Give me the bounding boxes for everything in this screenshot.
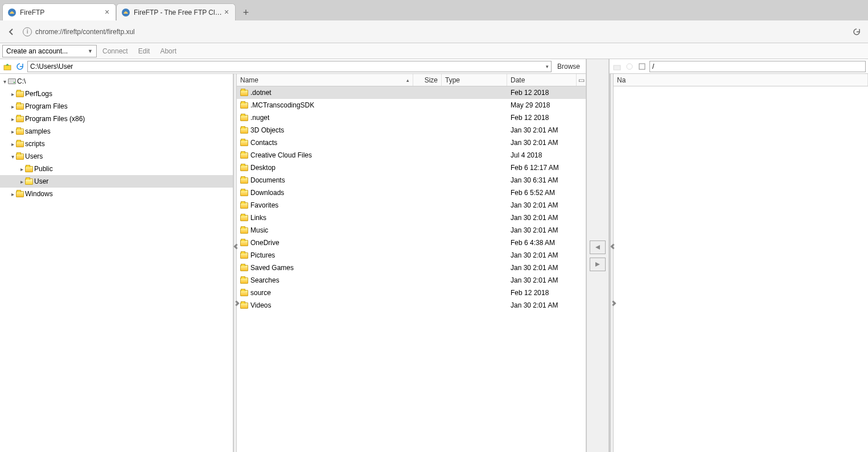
svg-rect-3 (614, 65, 620, 70)
file-type (442, 212, 507, 224)
tree-item[interactable]: ▸Windows (0, 188, 233, 200)
tree-item[interactable]: ▸Program Files (0, 100, 233, 113)
close-icon[interactable]: × (103, 9, 111, 16)
local-columns: Name▴ Size Type Date ▭ (237, 74, 586, 86)
twisty-icon[interactable]: ▸ (9, 103, 16, 110)
col-date[interactable]: Date (507, 74, 577, 86)
local-rows[interactable]: .dotnetFeb 12 2018.MCTranscodingSDKMay 2… (237, 86, 586, 452)
file-row[interactable]: VideosJan 30 2:01 AM (237, 299, 586, 312)
columns-menu-icon[interactable]: ▭ (577, 76, 586, 84)
file-row[interactable]: ContactsJan 30 2:01 AM (237, 136, 586, 149)
file-row[interactable]: PicturesJan 30 2:01 AM (237, 249, 586, 262)
twisty-icon[interactable]: ▾ (1, 78, 8, 85)
tree-item[interactable]: ▸Program Files (x86) (0, 113, 233, 125)
twisty-icon[interactable]: ▸ (9, 141, 16, 147)
tab-title: FireFTP - The Free FTP Clien (134, 9, 223, 16)
tree-item[interactable]: ▸User (0, 175, 233, 188)
refresh-button[interactable] (15, 61, 25, 72)
tree-item[interactable]: ▸samples (0, 125, 233, 138)
new-tab-button[interactable]: + (238, 5, 254, 20)
url-display[interactable]: i chrome://fireftp/content/fireftp.xul (23, 27, 845, 36)
file-row[interactable]: 3D ObjectsJan 30 2:01 AM (237, 124, 586, 136)
file-date: Feb 6 4:38 AM (507, 237, 586, 249)
up-dir-button[interactable] (612, 61, 622, 72)
file-row[interactable]: DownloadsFeb 6 5:52 AM (237, 186, 586, 199)
back-button[interactable] (5, 25, 18, 39)
twisty-icon[interactable]: ▸ (18, 166, 25, 172)
tree-item[interactable]: ▾Users (0, 150, 233, 163)
file-row[interactable]: Creative Cloud FilesJul 4 2018 (237, 149, 586, 161)
col-size[interactable]: Size (413, 74, 442, 86)
workspace: C:\Users\User ▾ Browse ▾C:\▸PerfLogs▸Pro… (0, 59, 868, 452)
remote-rows[interactable] (614, 86, 868, 452)
local-tree[interactable]: ▾C:\▸PerfLogs▸Program Files▸Program File… (0, 74, 233, 452)
connect-link[interactable]: Connect (98, 47, 133, 55)
folder-icon (16, 128, 24, 135)
twisty-icon[interactable]: ▸ (9, 116, 16, 122)
file-type (442, 199, 507, 212)
file-date: Jan 30 2:01 AM (507, 262, 586, 274)
remote-splitter[interactable] (610, 74, 614, 452)
change-dir-button[interactable] (637, 61, 647, 72)
local-split: ▾C:\▸PerfLogs▸Program Files▸Program File… (0, 74, 586, 452)
tree-item[interactable]: ▸scripts (0, 138, 233, 150)
close-icon[interactable]: × (223, 9, 231, 16)
local-panel: C:\Users\User ▾ Browse ▾C:\▸PerfLogs▸Pro… (0, 59, 586, 452)
file-row[interactable]: DocumentsJan 30 6:31 AM (237, 174, 586, 186)
file-row[interactable]: .MCTranscodingSDKMay 29 2018 (237, 99, 586, 111)
file-row[interactable]: DesktopFeb 6 12:17 AM (237, 161, 586, 174)
folder-icon (240, 277, 248, 284)
local-path-input[interactable]: C:\Users\User ▾ (27, 61, 552, 72)
tree-root[interactable]: ▾C:\ (0, 75, 233, 88)
file-type (442, 111, 507, 124)
local-splitter[interactable] (233, 74, 237, 452)
abort-link[interactable]: Abort (155, 47, 181, 55)
refresh-button[interactable] (624, 61, 635, 72)
file-size (413, 224, 442, 237)
twisty-icon[interactable]: ▸ (9, 128, 16, 135)
upload-button[interactable] (590, 258, 606, 271)
fireftp-favicon (7, 8, 17, 17)
col-type[interactable]: Type (442, 74, 507, 86)
file-size (413, 186, 442, 199)
file-size (413, 161, 442, 174)
file-name: Desktop (250, 164, 275, 172)
file-row[interactable]: SearchesJan 30 2:01 AM (237, 274, 586, 287)
twisty-icon[interactable]: ▾ (9, 154, 16, 160)
file-row[interactable]: .nugetFeb 12 2018 (237, 111, 586, 124)
file-row[interactable]: OneDriveFeb 6 4:38 AM (237, 237, 586, 249)
browser-tab-fireftp-site[interactable]: FireFTP - The Free FTP Clien × (116, 3, 236, 20)
twisty-icon[interactable]: ▸ (9, 91, 16, 97)
file-row[interactable]: .dotnetFeb 12 2018 (237, 86, 586, 99)
folder-icon (16, 103, 24, 110)
remote-panel: / Na (609, 59, 868, 452)
reload-button[interactable] (850, 25, 863, 39)
up-dir-button[interactable] (2, 61, 13, 72)
col-name[interactable]: Na (614, 74, 868, 86)
edit-link[interactable]: Edit (134, 47, 155, 55)
info-icon[interactable]: i (23, 27, 32, 36)
file-row[interactable]: LinksJan 30 2:01 AM (237, 212, 586, 224)
download-button[interactable] (590, 240, 606, 254)
folder-icon (25, 179, 33, 185)
file-row[interactable]: FavoritesJan 30 2:01 AM (237, 199, 586, 212)
tree-item[interactable]: ▸PerfLogs (0, 88, 233, 100)
file-type (442, 161, 507, 174)
twisty-icon[interactable]: ▸ (9, 191, 16, 197)
twisty-icon[interactable]: ▸ (18, 179, 25, 185)
file-size (413, 149, 442, 161)
file-type (442, 262, 507, 274)
remote-path-input[interactable]: / (649, 61, 866, 72)
file-row[interactable]: sourceFeb 12 2018 (237, 287, 586, 299)
tree-label: scripts (25, 140, 45, 148)
browse-button[interactable]: Browse (554, 63, 583, 71)
folder-icon (240, 302, 248, 309)
col-name[interactable]: Name▴ (237, 74, 413, 86)
file-row[interactable]: MusicJan 30 2:01 AM (237, 224, 586, 237)
file-date: Feb 6 12:17 AM (507, 161, 586, 174)
file-row[interactable]: Saved GamesJan 30 2:01 AM (237, 262, 586, 274)
account-select[interactable]: Create an account... ▼ (2, 45, 97, 57)
browser-tab-fireftp[interactable]: FireFTP × (2, 3, 116, 20)
tree-item[interactable]: ▸Public (0, 163, 233, 175)
file-name: Videos (250, 301, 271, 309)
